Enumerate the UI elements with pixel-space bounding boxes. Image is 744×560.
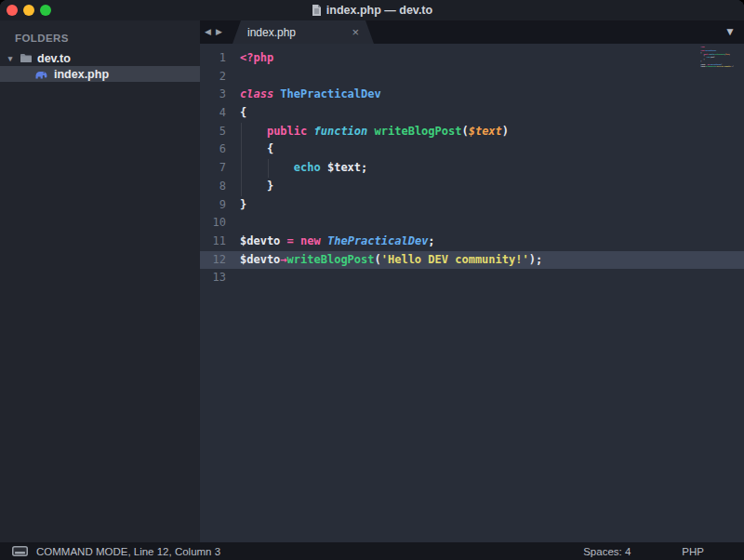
sidebar-folder-devto[interactable]: ▾ dev.to [0, 50, 200, 66]
prev-tab-arrow-icon[interactable]: ◀ [205, 20, 211, 44]
code-line-7[interactable]: 7 echo $text; [200, 159, 744, 178]
line-number: 12 [200, 251, 226, 270]
code-line-6[interactable]: 6 { [200, 140, 744, 159]
tab-overflow-icon[interactable]: ▼ [724, 20, 736, 44]
title-bar: index.php — dev.to [0, 0, 744, 20]
tab-label: index.php [247, 26, 296, 39]
minimap-code: <?phpclass ThePracticalDev{ public funct… [699, 47, 737, 69]
next-tab-arrow-icon[interactable]: ▶ [216, 20, 222, 44]
status-right: Spaces: 4 PHP [583, 546, 744, 557]
code-line-1[interactable]: 1<?php [200, 49, 744, 68]
status-syntax[interactable]: PHP [682, 546, 704, 557]
code-area[interactable]: 1<?php23class ThePracticalDev4{5 public … [200, 49, 744, 287]
line-number: 11 [200, 233, 226, 251]
status-mode-position: COMMAND MODE, Line 12, Column 3 [36, 546, 220, 557]
line-number: 7 [200, 159, 226, 178]
line-number: 5 [200, 123, 226, 141]
document-icon [312, 4, 322, 17]
code-line-4[interactable]: 4{ [200, 104, 744, 123]
code-line-2[interactable]: 2 [200, 68, 744, 87]
folder-icon [20, 53, 33, 63]
line-number: 8 [200, 178, 226, 196]
main-area: FOLDERS ▾ dev.to index.php ◀ ▶ [0, 20, 744, 542]
php-elephant-icon [33, 69, 48, 79]
folder-name: dev.to [37, 52, 71, 65]
window-title: index.php — dev.to [326, 4, 432, 17]
code-line-12[interactable]: 12$devto→writeBlogPost('Hello DEV commun… [200, 251, 744, 270]
line-number: 4 [200, 104, 226, 123]
code-editor[interactable]: 1<?php23class ThePracticalDev4{5 public … [200, 44, 744, 542]
sidebar-file-indexphp[interactable]: index.php [0, 66, 200, 82]
window-title-area: index.php — dev.to [0, 0, 744, 20]
line-number: 2 [200, 68, 226, 87]
tab-close-icon[interactable]: × [352, 26, 359, 38]
code-line-3[interactable]: 3class ThePracticalDev [200, 86, 744, 104]
code-line-11[interactable]: 11$devto = new ThePracticalDev; [200, 233, 744, 251]
indent-guide [241, 123, 242, 196]
disclosure-triangle-icon[interactable]: ▾ [6, 54, 15, 63]
line-number: 9 [200, 196, 226, 215]
line-number: 6 [200, 140, 226, 159]
line-number: 13 [200, 269, 226, 287]
file-name: index.php [54, 68, 109, 81]
editor-column: ◀ ▶ index.php × ▼ 1<?php23class ThePract… [200, 20, 744, 542]
sublime-text-window: index.php — dev.to FOLDERS ▾ dev.to inde… [0, 0, 744, 560]
code-line-8[interactable]: 8 } [200, 178, 744, 196]
line-number: 1 [200, 49, 226, 68]
tab-indexphp[interactable]: index.php × [232, 20, 374, 44]
line-number: 3 [200, 86, 226, 104]
code-line-5[interactable]: 5 public function writeBlogPost($text) [200, 123, 744, 141]
code-line-13[interactable]: 13 [200, 269, 744, 287]
sidebar: FOLDERS ▾ dev.to index.php [0, 20, 200, 542]
indent-guide [268, 159, 269, 178]
command-mode-icon [12, 546, 28, 556]
minimap[interactable]: <?phpclass ThePracticalDev{ public funct… [699, 47, 737, 121]
status-bar: COMMAND MODE, Line 12, Column 3 Spaces: … [0, 542, 744, 560]
status-indentation[interactable]: Spaces: 4 [583, 546, 631, 557]
code-line-10[interactable]: 10 [200, 214, 744, 233]
code-line-9[interactable]: 9} [200, 196, 744, 215]
tab-bar: ◀ ▶ index.php × ▼ [200, 20, 744, 44]
line-number: 10 [200, 214, 226, 233]
folders-header: FOLDERS [0, 20, 200, 50]
